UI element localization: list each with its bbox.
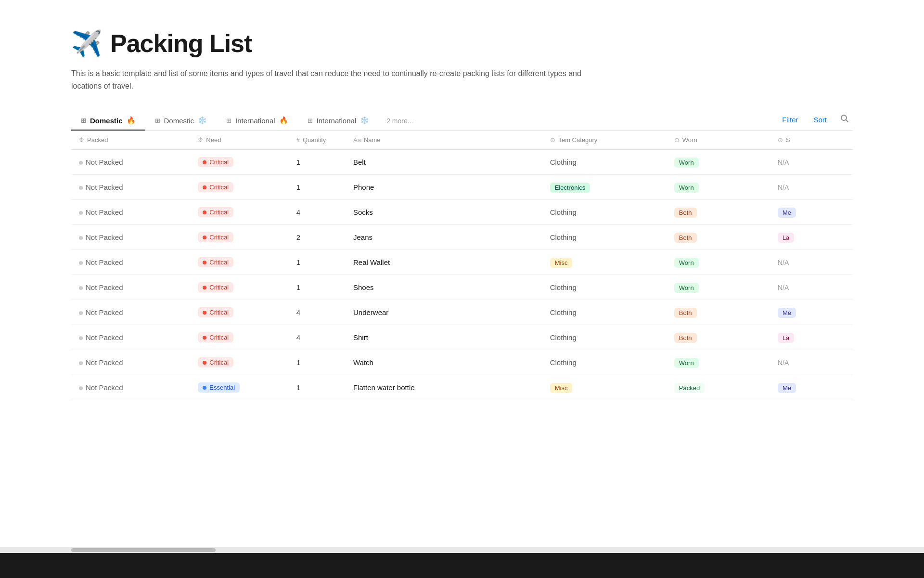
cell-need: Essential (190, 375, 288, 400)
size-value: N/A (778, 359, 789, 367)
worn-badge: Both (674, 208, 697, 218)
tab-international-cold[interactable]: ⊞ International ❄️ (298, 111, 379, 131)
svg-line-1 (846, 120, 848, 122)
filter-button[interactable]: Filter (776, 114, 804, 126)
quantity-value: 4 (296, 308, 300, 316)
search-icon (840, 114, 849, 123)
packed-status: Not Packed (79, 383, 123, 392)
tab-international-cold-emoji: ❄️ (360, 116, 369, 125)
table-row[interactable]: Not Packed Critical 2JeansClothingBothLa (71, 225, 853, 250)
item-name: Phone (353, 183, 374, 191)
horizontal-scrollbar[interactable] (0, 547, 924, 553)
table-row[interactable]: Not Packed Critical 1ShoesClothingWornN/… (71, 275, 853, 300)
size-value: N/A (778, 259, 789, 266)
size-value: N/A (778, 184, 789, 191)
tab-international-hot[interactable]: ⊞ International 🔥 (217, 111, 298, 131)
cell-quantity: 1 (289, 250, 346, 275)
cell-packed: Not Packed (71, 225, 190, 250)
cell-need: Critical (190, 200, 288, 225)
packed-status: Not Packed (79, 308, 123, 316)
cell-packed: Not Packed (71, 350, 190, 375)
table-icon: ⊞ (81, 117, 86, 124)
packed-status: Not Packed (79, 158, 123, 166)
packed-status: Not Packed (79, 283, 123, 291)
need-badge: Critical (198, 307, 233, 317)
table-row[interactable]: Not Packed Critical 1WatchClothingWornN/… (71, 350, 853, 375)
item-name: Shoes (353, 283, 374, 291)
col-header-size[interactable]: ⊙ S (770, 131, 853, 150)
quantity-value: 2 (296, 233, 300, 241)
cell-name: Jeans (346, 225, 542, 250)
table-row[interactable]: Not Packed Critical 1Real WalletMiscWorn… (71, 250, 853, 275)
item-name: Flatten water bottle (353, 383, 415, 392)
table-row[interactable]: Not Packed Critical 1BeltClothingWornN/A (71, 150, 853, 175)
col-header-category[interactable]: ⊙ Item Category (542, 131, 667, 150)
more-tabs[interactable]: 2 more... (383, 115, 417, 127)
tab-international-hot-emoji: 🔥 (279, 116, 288, 125)
cell-worn: Both (667, 225, 770, 250)
worn-badge: Both (674, 333, 697, 343)
cell-need: Critical (190, 350, 288, 375)
worn-badge: Worn (674, 283, 699, 293)
cell-size: N/A (770, 275, 853, 300)
item-name: Watch (353, 358, 373, 367)
col-header-packed[interactable]: ❊ Packed (71, 131, 190, 150)
cell-name: Belt (346, 150, 542, 175)
cell-category: Clothing (542, 325, 667, 350)
cell-worn: Worn (667, 275, 770, 300)
size-badge: Me (778, 308, 796, 318)
tab-domestic-hot[interactable]: ⊞ Domestic 🔥 (71, 111, 145, 131)
table-row[interactable]: Not Packed Critical 4SocksClothingBothMe (71, 200, 853, 225)
tab-domestic-hot-label: Domestic (90, 117, 123, 125)
tab-domestic-cold-label: Domestic (164, 117, 194, 125)
tab-international-cold-label: International (317, 117, 357, 125)
tab-domestic-cold[interactable]: ⊞ Domestic ❄️ (145, 111, 217, 131)
table-icon-4: ⊞ (308, 117, 313, 124)
cell-size: La (770, 225, 853, 250)
col-header-name[interactable]: Aa Name (346, 131, 542, 150)
worn-badge: Both (674, 233, 697, 243)
tab-domestic-hot-emoji: 🔥 (127, 116, 136, 125)
table-row[interactable]: Not Packed Critical 4ShirtClothingBothLa (71, 325, 853, 350)
size-value: N/A (778, 158, 789, 166)
cat-col-icon: ⊙ (550, 136, 555, 144)
need-badge: Critical (198, 357, 233, 368)
worn-badge: Worn (674, 183, 699, 193)
quantity-value: 1 (296, 283, 300, 291)
cell-packed: Not Packed (71, 175, 190, 200)
col-header-need[interactable]: ❊ Need (190, 131, 288, 150)
col-header-quantity[interactable]: # Quantity (289, 131, 346, 150)
cell-packed: Not Packed (71, 325, 190, 350)
qty-col-icon: # (296, 136, 300, 144)
worn-badge: Worn (674, 358, 699, 368)
cell-size: N/A (770, 175, 853, 200)
sort-button[interactable]: Sort (808, 114, 833, 126)
table-row[interactable]: Not Packed Critical 1PhoneElectronicsWor… (71, 175, 853, 200)
quantity-value: 1 (296, 258, 300, 266)
category-badge: Clothing (550, 283, 577, 291)
cell-quantity: 4 (289, 325, 346, 350)
category-badge: Clothing (550, 308, 577, 316)
search-button[interactable] (836, 112, 853, 127)
table-icon-2: ⊞ (155, 117, 160, 124)
col-header-worn[interactable]: ⊙ Worn (667, 131, 770, 150)
quantity-value: 1 (296, 358, 300, 367)
table-row[interactable]: Not Packed Critical 4UnderwearClothingBo… (71, 300, 853, 325)
cell-category: Misc (542, 375, 667, 400)
cell-quantity: 1 (289, 350, 346, 375)
cell-name: Underwear (346, 300, 542, 325)
page-header: ✈️ Packing List (71, 29, 853, 58)
cell-quantity: 4 (289, 300, 346, 325)
cell-category: Electronics (542, 175, 667, 200)
category-badge: Misc (550, 258, 573, 268)
quantity-value: 1 (296, 183, 300, 191)
worn-badge: Worn (674, 258, 699, 268)
quantity-value: 4 (296, 333, 300, 342)
need-col-label: Need (206, 136, 221, 144)
cell-worn: Both (667, 325, 770, 350)
cell-name: Flatten water bottle (346, 375, 542, 400)
table-row[interactable]: Not Packed Essential 1Flatten water bott… (71, 375, 853, 400)
cell-packed: Not Packed (71, 275, 190, 300)
scrollbar-thumb[interactable] (71, 548, 216, 552)
cell-category: Clothing (542, 350, 667, 375)
